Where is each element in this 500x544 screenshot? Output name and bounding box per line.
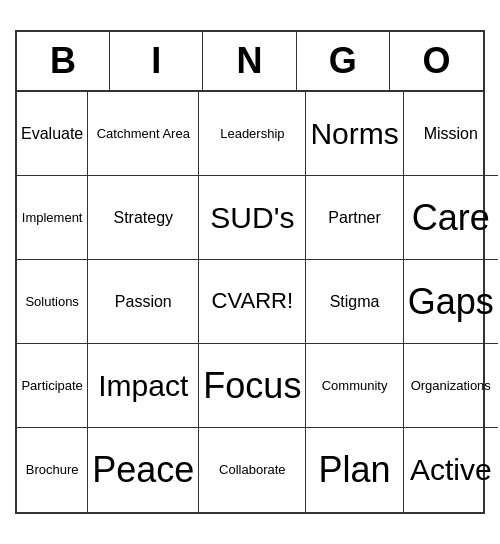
bingo-cell: Community (306, 344, 403, 428)
cell-text: Partner (328, 208, 380, 227)
bingo-cell: Brochure (17, 428, 88, 512)
cell-text: Strategy (114, 208, 174, 227)
bingo-cell: Leadership (199, 92, 306, 176)
bingo-cell: Focus (199, 344, 306, 428)
bingo-cell: Implement (17, 176, 88, 260)
bingo-cell: Plan (306, 428, 403, 512)
bingo-cell: Mission (404, 92, 498, 176)
bingo-cell: Catchment Area (88, 92, 199, 176)
bingo-cell: Gaps (404, 260, 498, 344)
bingo-cell: Organizations (404, 344, 498, 428)
cell-text: Norms (310, 116, 398, 152)
bingo-cell: Impact (88, 344, 199, 428)
cell-text: CVARR! (212, 288, 294, 314)
cell-text: Organizations (411, 378, 491, 394)
bingo-cell: SUD's (199, 176, 306, 260)
header-letter: N (203, 32, 296, 90)
cell-text: Catchment Area (97, 126, 190, 142)
cell-text: Implement (22, 210, 83, 226)
bingo-cell: Care (404, 176, 498, 260)
cell-text: Brochure (26, 462, 79, 478)
header-letter: O (390, 32, 483, 90)
cell-text: Plan (319, 448, 391, 491)
header-letter: G (297, 32, 390, 90)
cell-text: Gaps (408, 280, 494, 323)
bingo-cell: Participate (17, 344, 88, 428)
cell-text: Leadership (220, 126, 284, 142)
bingo-cell: Stigma (306, 260, 403, 344)
cell-text: Stigma (330, 292, 380, 311)
bingo-cell: Passion (88, 260, 199, 344)
header-letter: I (110, 32, 203, 90)
bingo-cell: Active (404, 428, 498, 512)
bingo-cell: Partner (306, 176, 403, 260)
bingo-header: BINGO (17, 32, 483, 92)
cell-text: Evaluate (21, 124, 83, 143)
bingo-cell: Norms (306, 92, 403, 176)
cell-text: Impact (98, 368, 188, 404)
cell-text: Participate (21, 378, 82, 394)
bingo-cell: Solutions (17, 260, 88, 344)
bingo-cell: Collaborate (199, 428, 306, 512)
bingo-cell: CVARR! (199, 260, 306, 344)
bingo-card: BINGO EvaluateCatchment AreaLeadershipNo… (15, 30, 485, 514)
cell-text: SUD's (210, 200, 294, 236)
bingo-grid: EvaluateCatchment AreaLeadershipNormsMis… (17, 92, 483, 512)
cell-text: Peace (92, 448, 194, 491)
cell-text: Collaborate (219, 462, 286, 478)
cell-text: Solutions (25, 294, 78, 310)
cell-text: Focus (203, 364, 301, 407)
bingo-cell: Strategy (88, 176, 199, 260)
header-letter: B (17, 32, 110, 90)
bingo-cell: Evaluate (17, 92, 88, 176)
cell-text: Mission (424, 124, 478, 143)
cell-text: Passion (115, 292, 172, 311)
cell-text: Care (412, 196, 490, 239)
cell-text: Active (410, 452, 492, 488)
bingo-cell: Peace (88, 428, 199, 512)
cell-text: Community (322, 378, 388, 394)
